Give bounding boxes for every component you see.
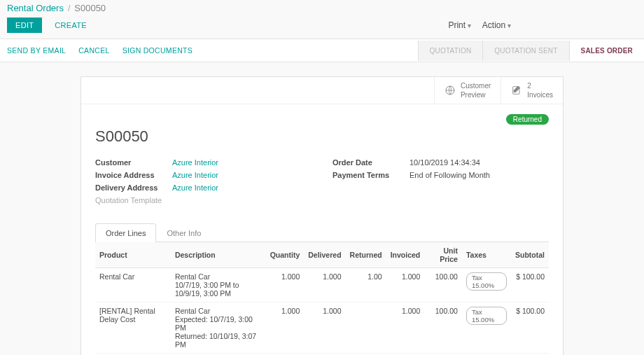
cancel-button[interactable]: CANCEL xyxy=(78,46,109,55)
column-header[interactable]: Description xyxy=(171,242,266,268)
stage-quotation[interactable]: QUOTATION xyxy=(418,41,483,61)
cell-invoiced: 1.000 xyxy=(386,268,425,302)
cell-invoiced: 1.000 xyxy=(386,302,425,354)
column-header[interactable]: Quantity xyxy=(266,242,304,268)
table-row[interactable]: [RENTAL] Rental Delay CostRental CarExpe… xyxy=(95,302,549,354)
print-dropdown[interactable]: Print xyxy=(448,20,470,30)
field-value: 10/10/2019 14:34:34 xyxy=(410,158,549,167)
breadcrumb: Rental Orders / S00050 xyxy=(0,0,644,16)
field-label: Quotation Template xyxy=(95,196,172,204)
cell-unit_price: 100.00 xyxy=(424,268,462,302)
control-bar: EDIT CREATE Print Action xyxy=(0,16,644,39)
field-value[interactable]: Azure Interior xyxy=(172,158,312,167)
column-header[interactable]: Returned xyxy=(346,242,386,268)
field-value xyxy=(172,196,312,204)
left-field-group: CustomerAzure InteriorInvoice AddressAzu… xyxy=(95,158,312,209)
cell-delivered: 1.000 xyxy=(304,302,345,354)
cell-delivered: 1.000 xyxy=(304,268,345,302)
column-header[interactable]: Unit Price xyxy=(424,242,462,268)
tab-other-info[interactable]: Other Info xyxy=(156,223,211,242)
field-row: Invoice AddressAzure Interior xyxy=(95,171,312,179)
cell-description: Rental CarExpected: 10/7/19, 3:00 PMRetu… xyxy=(171,302,266,354)
action-dropdown[interactable]: Action xyxy=(482,20,511,30)
cell-subtotal: $ 100.00 xyxy=(511,268,549,302)
page-title: S00050 xyxy=(95,127,549,146)
cell-quantity: 1.000 xyxy=(266,302,304,354)
cell-taxes: Tax 15.00% xyxy=(462,302,511,354)
order-lines-table: ProductDescriptionQuantityDeliveredRetur… xyxy=(95,242,549,354)
column-header[interactable]: Subtotal xyxy=(511,242,549,268)
column-header[interactable]: Invoiced xyxy=(386,242,425,268)
column-header[interactable]: Delivered xyxy=(304,242,345,268)
cell-unit_price: 100.00 xyxy=(424,302,462,354)
status-row: SEND BY EMAIL CANCEL SIGN DOCUMENTS QUOT… xyxy=(0,39,644,62)
field-row: CustomerAzure Interior xyxy=(95,158,312,167)
cell-product: Rental Car xyxy=(95,268,171,302)
breadcrumb-sep: / xyxy=(68,4,70,13)
cell-description: Rental Car10/7/19, 3:00 PM to 10/9/19, 3… xyxy=(171,268,266,302)
table-row[interactable]: Rental CarRental Car10/7/19, 3:00 PM to … xyxy=(95,268,549,302)
field-label: Delivery Address xyxy=(95,183,172,192)
tax-badge: Tax 15.00% xyxy=(466,307,507,325)
column-header[interactable]: Product xyxy=(95,242,171,268)
globe-icon xyxy=(444,85,456,96)
field-label: Order Date xyxy=(332,158,410,167)
cell-taxes: Tax 15.00% xyxy=(462,268,511,302)
breadcrumb-root[interactable]: Rental Orders xyxy=(7,3,64,13)
cell-product: [RENTAL] Rental Delay Cost xyxy=(95,302,171,354)
sign-documents-button[interactable]: SIGN DOCUMENTS xyxy=(122,46,192,55)
field-label: Invoice Address xyxy=(95,171,172,179)
breadcrumb-current: S00050 xyxy=(74,3,106,13)
cell-subtotal: $ 100.00 xyxy=(511,302,549,354)
status-badge: Returned xyxy=(506,114,549,125)
field-label: Customer xyxy=(95,158,172,167)
link[interactable]: Azure Interior xyxy=(172,171,218,179)
tax-badge: Tax 15.00% xyxy=(466,272,507,291)
tab-order-lines[interactable]: Order Lines xyxy=(95,223,156,242)
field-row: Quotation Template xyxy=(95,196,312,204)
cell-returned: 1.00 xyxy=(346,268,386,302)
pencil-note-icon xyxy=(511,85,522,96)
field-value[interactable]: Azure Interior xyxy=(172,183,312,192)
field-row: Order Date10/10/2019 14:34:34 xyxy=(332,158,549,167)
edit-button[interactable]: EDIT xyxy=(7,18,42,33)
send-by-email-button[interactable]: SEND BY EMAIL xyxy=(7,46,66,55)
customer-preview-button[interactable]: CustomerPreview xyxy=(434,77,500,104)
stage-sales-order[interactable]: SALES ORDER xyxy=(569,41,644,61)
cell-returned xyxy=(346,302,386,354)
form-sheet: CustomerPreview 2Invoices Returned S0005… xyxy=(80,76,564,355)
stage-quotation-sent[interactable]: QUOTATION SENT xyxy=(482,41,568,61)
right-field-group: Order Date10/10/2019 14:34:34Payment Ter… xyxy=(332,158,549,209)
field-row: Payment TermsEnd of Following Month xyxy=(332,171,549,179)
invoices-button[interactable]: 2Invoices xyxy=(500,77,563,104)
link[interactable]: Azure Interior xyxy=(172,158,218,167)
field-row: Delivery AddressAzure Interior xyxy=(95,183,312,192)
column-header[interactable]: Taxes xyxy=(462,242,511,268)
create-button[interactable]: CREATE xyxy=(49,18,92,33)
link[interactable]: Azure Interior xyxy=(172,183,218,192)
stage-indicator: QUOTATION QUOTATION SENT SALES ORDER xyxy=(418,41,644,61)
cell-quantity: 1.000 xyxy=(266,268,304,302)
field-label: Payment Terms xyxy=(332,171,410,179)
field-value[interactable]: Azure Interior xyxy=(172,171,312,179)
field-value: End of Following Month xyxy=(410,171,549,179)
